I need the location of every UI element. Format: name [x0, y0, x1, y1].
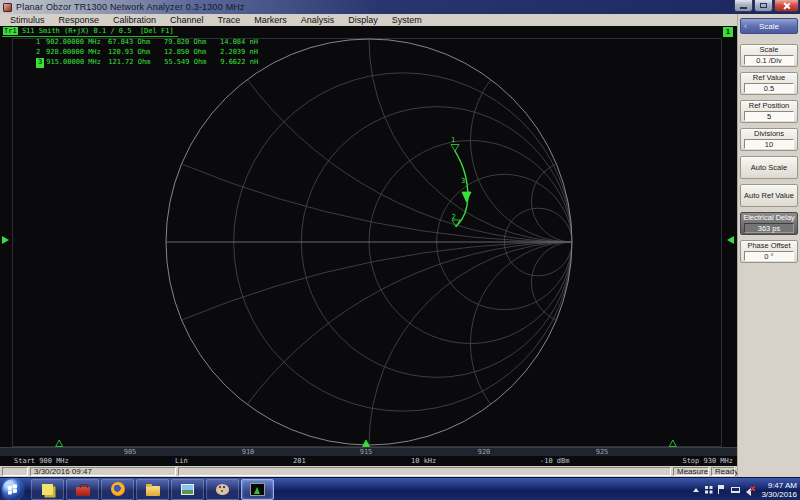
network-icon[interactable]: [731, 487, 740, 493]
maximize-icon: [760, 3, 767, 8]
trace-descriptor: S11 Smith (R+jX) 0.1 / 0.5: [22, 27, 132, 35]
network-analyzer-icon: [250, 483, 265, 496]
stimulus-status-row: Start 900 MHzLin20110 kHz-10 dBmStop 930…: [0, 456, 737, 466]
close-icon: [783, 2, 790, 9]
taskbar-file-explorer-button[interactable]: [136, 479, 169, 500]
clock-date: 3/30/2016: [761, 490, 797, 499]
softkey-divisions-label: Divisions: [741, 129, 797, 139]
menu-stimulus[interactable]: Stimulus: [3, 14, 52, 26]
volume-muted-icon[interactable]: [746, 486, 755, 494]
marker-2-mrea: 12.850 Ohm: [164, 48, 220, 58]
menu-calibration[interactable]: Calibration: [106, 14, 163, 26]
stim-if-bandwidth: 10 kHz: [411, 457, 436, 465]
menu-response[interactable]: Response: [52, 14, 107, 26]
maximize-button[interactable]: [754, 0, 773, 12]
menu-channel[interactable]: Channel: [163, 14, 211, 26]
firefox-icon: [111, 482, 125, 496]
marker-readout-row: 3915.00000 MHz121.72 Ohm55.549 Ohm9.6622…: [0, 58, 264, 68]
marker-readout-table: 1902.00000 MHz67.843 Ohm79.820 Ohm14.084…: [0, 38, 264, 68]
trace-marker-1[interactable]: [451, 145, 459, 152]
taskbar-photo-viewer-button[interactable]: [171, 479, 204, 500]
marker-1-mind: 14.084 nH: [220, 38, 264, 48]
start-button[interactable]: [2, 479, 23, 500]
stim-stop-frequency: Stop 930 MHz: [682, 457, 733, 465]
taskbar-paint-button[interactable]: [206, 479, 239, 500]
freq-tick-905: 905: [124, 448, 137, 456]
softkey-electrical-delay-value: 363 ps: [744, 223, 794, 233]
marker-1-mnum: 1: [36, 38, 46, 48]
status-filler: [178, 467, 671, 476]
status-measure: Measure: [673, 467, 709, 476]
trace-marker-label-2: 2: [452, 213, 456, 221]
toolbox-icon: [76, 487, 90, 496]
stim-output-power: -10 dBm: [540, 457, 570, 465]
trace-deembed-flag: [Del F1]: [140, 27, 174, 35]
trace-number-chip: Tr1: [3, 27, 18, 35]
softkey-scale-label: Scale: [741, 45, 797, 55]
taskbar-firefox-button[interactable]: [101, 479, 134, 500]
status-datetime: 3/30/2016 09:47: [30, 467, 176, 476]
trace-header[interactable]: Tr1 S11 Smith (R+jX) 0.1 / 0.5 [Del F1]: [2, 26, 178, 37]
softkey-electrical-delay[interactable]: Electrical Delay363 ps: [740, 212, 798, 235]
softkey-ref-value[interactable]: Ref Value0.5: [740, 72, 798, 95]
s11-trace: [455, 151, 468, 227]
smith-chart: 123: [0, 26, 737, 466]
taskbar-toolbox-button[interactable]: [66, 479, 99, 500]
softkey-auto-ref-value[interactable]: Auto Ref Value: [740, 184, 798, 207]
status-grip: [2, 467, 28, 476]
windows-update-icon[interactable]: [705, 486, 709, 490]
menu-display[interactable]: Display: [341, 14, 385, 26]
softkey-divisions[interactable]: Divisions10: [740, 128, 798, 151]
trace-marker-label-1: 1: [451, 136, 455, 144]
window-title: Planar Obzor TR1300 Network Analyzer 0.3…: [16, 2, 245, 12]
marker-2-mind: 2.2039 nH: [220, 48, 264, 58]
marker-3-mnum active: 3: [36, 58, 44, 68]
stim-points: 201: [293, 457, 306, 465]
smith-grid: [0, 26, 737, 466]
show-hidden-icons-icon[interactable]: [693, 488, 699, 492]
menu-bar: StimulusResponseCalibrationChannelTraceM…: [0, 14, 737, 26]
softkey-divisions-value: 10: [744, 139, 794, 149]
taskbar-sticky-notes-button[interactable]: [31, 479, 64, 500]
marker-1-mfreq: 902.00000 MHz: [46, 38, 108, 48]
frequency-axis-strip: 905910915920925: [0, 447, 737, 456]
taskbar-clock[interactable]: 9:47 AM 3/30/2016: [761, 481, 797, 499]
marker-2-mfreq: 928.00000 MHz: [46, 48, 108, 58]
paint-icon: [216, 484, 229, 495]
close-button[interactable]: [774, 0, 799, 12]
marker-3-mres: 121.72 Ohm: [108, 58, 164, 68]
menu-markers[interactable]: Markers: [247, 14, 294, 26]
back-arrow-icon: ‹: [744, 22, 747, 30]
active-trace-badge: 1: [723, 27, 733, 37]
action-center-flag-icon[interactable]: [718, 485, 725, 494]
taskbar-network-analyzer-button[interactable]: [241, 479, 274, 500]
title-bar: Planar Obzor TR1300 Network Analyzer 0.3…: [0, 0, 800, 14]
softkey-auto-scale[interactable]: Auto Scale: [740, 156, 798, 179]
softkey-scale[interactable]: Scale0.1 /Div: [740, 44, 798, 67]
softkey-auto-scale-label: Auto Scale: [751, 163, 787, 173]
stim-sweep-type: Lin: [175, 457, 188, 465]
sticky-notes-icon: [42, 484, 53, 495]
minimize-button[interactable]: [734, 0, 753, 12]
softkey-phase-offset[interactable]: Phase Offset0 °: [740, 240, 798, 263]
menu-analysis[interactable]: Analysis: [294, 14, 342, 26]
softkey-panel-header[interactable]: ‹ Scale: [740, 18, 798, 34]
stim-start-frequency: Start 900 MHz: [14, 457, 69, 465]
freq-tick-910: 910: [242, 448, 255, 456]
softkey-panel: ‹ Scale Scale0.1 /DivRef Value0.5Ref Pos…: [737, 14, 800, 477]
menu-system[interactable]: System: [385, 14, 429, 26]
menu-trace[interactable]: Trace: [211, 14, 248, 26]
freq-tick-920: 920: [478, 448, 491, 456]
softkey-ref-position[interactable]: Ref Position5: [740, 100, 798, 123]
ref-position-indicator-left: [2, 236, 9, 244]
softkey-phase-offset-value: 0 °: [744, 251, 794, 261]
axis-marker-1[interactable]: [56, 440, 63, 447]
axis-marker-3[interactable]: [363, 440, 370, 447]
trace-marker-3[interactable]: [462, 192, 471, 202]
minimize-icon: [740, 7, 747, 9]
file-explorer-icon: [146, 486, 160, 496]
status-ready: Ready: [711, 467, 735, 476]
smith-chart-area: 123 Tr1 S11 Smith (R+jX) 0.1 / 0.5 [Del …: [0, 26, 737, 466]
axis-marker-2[interactable]: [669, 440, 676, 447]
softkey-ref-position-value: 5: [744, 111, 794, 121]
